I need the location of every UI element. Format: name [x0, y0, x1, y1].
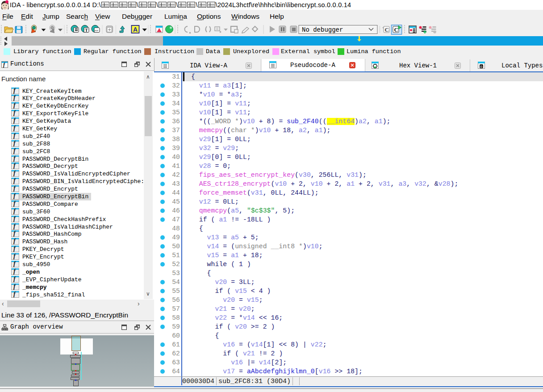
- svg-text:C: C: [385, 26, 389, 33]
- svg-text:0: 0: [480, 65, 483, 69]
- svg-text:A: A: [133, 26, 138, 33]
- svg-text:C: C: [394, 26, 398, 33]
- svg-text:T: T: [85, 28, 88, 33]
- svg-text:No debugger: No debugger: [302, 26, 343, 33]
- svg-text:xor: xor: [95, 29, 98, 32]
